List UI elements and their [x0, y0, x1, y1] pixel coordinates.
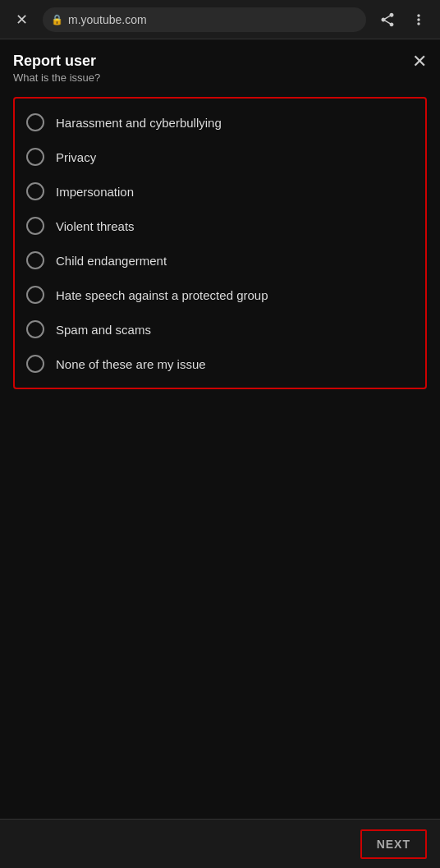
- share-icon[interactable]: [376, 8, 399, 31]
- spacer: [13, 389, 427, 806]
- radio-impersonation: [26, 182, 44, 200]
- radio-harassment: [26, 113, 44, 131]
- option-item-violent-threats[interactable]: Violent threats: [15, 209, 425, 243]
- radio-child-endangerment: [26, 251, 44, 269]
- more-options-icon[interactable]: [407, 8, 430, 31]
- option-item-privacy[interactable]: Privacy: [15, 140, 425, 174]
- option-label-hate-speech: Hate speech against a protected group: [56, 288, 268, 302]
- option-label-spam-scams: Spam and scams: [56, 323, 151, 337]
- option-label-harassment: Harassment and cyberbullying: [56, 116, 222, 130]
- radio-privacy: [26, 148, 44, 166]
- report-header: Report user What is the issue? ✕: [13, 53, 427, 84]
- next-button[interactable]: NEXT: [360, 829, 427, 859]
- option-item-hate-speech[interactable]: Hate speech against a protected group: [15, 278, 425, 312]
- browser-bar: ✕ 🔒 m.youtube.com: [0, 0, 440, 39]
- page-content: Report user What is the issue? ✕ Harassm…: [0, 39, 440, 819]
- url-bar[interactable]: 🔒 m.youtube.com: [43, 7, 366, 32]
- header-title-group: Report user What is the issue?: [13, 53, 100, 84]
- page-title: Report user: [13, 53, 100, 70]
- option-item-child-endangerment[interactable]: Child endangerment: [15, 243, 425, 278]
- options-list: Harassment and cyberbullyingPrivacyImper…: [13, 97, 427, 389]
- radio-none: [26, 355, 44, 373]
- option-item-spam-scams[interactable]: Spam and scams: [15, 312, 425, 347]
- lock-icon: 🔒: [51, 14, 63, 25]
- option-label-none: None of these are my issue: [56, 357, 206, 371]
- option-label-violent-threats: Violent threats: [56, 219, 135, 233]
- browser-right-icons: [376, 8, 430, 31]
- radio-violent-threats: [26, 217, 44, 235]
- radio-hate-speech: [26, 286, 44, 304]
- option-label-child-endangerment: Child endangerment: [56, 254, 167, 268]
- browser-close-icon[interactable]: ✕: [10, 8, 33, 31]
- radio-spam-scams: [26, 320, 44, 338]
- option-label-privacy: Privacy: [56, 150, 96, 164]
- option-item-none[interactable]: None of these are my issue: [15, 347, 425, 381]
- url-text: m.youtube.com: [68, 13, 147, 26]
- option-item-impersonation[interactable]: Impersonation: [15, 174, 425, 209]
- option-label-impersonation: Impersonation: [56, 185, 134, 199]
- option-item-harassment[interactable]: Harassment and cyberbullying: [15, 105, 425, 140]
- bottom-bar: NEXT: [0, 819, 440, 868]
- dialog-close-button[interactable]: ✕: [412, 53, 427, 71]
- page-subtitle: What is the issue?: [13, 71, 100, 84]
